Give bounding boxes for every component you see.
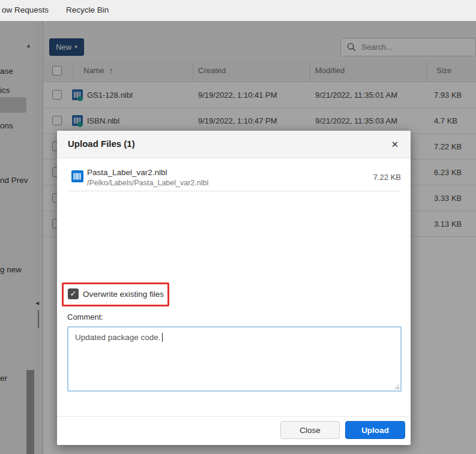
comment-textarea[interactable]: Updated package code. [67,326,402,392]
overwrite-checkbox-label[interactable]: Overwrite existing files [83,290,164,299]
barcode-file-icon [71,170,83,182]
dialog-title: Upload Files (1) [68,139,135,149]
resize-grip-icon[interactable] [393,383,399,389]
tab-workflow-requests[interactable]: ow Requests [2,5,49,14]
divider [68,191,401,191]
upload-file-size: 7.22 KB [373,173,401,182]
tab-recycle-bin[interactable]: Recycle Bin [66,5,109,14]
upload-file-path: /Pelko/Labels/Pasta_Label_var2.nlbl [87,179,208,187]
comment-text: Updated package code. [75,333,161,342]
divider [57,416,411,417]
close-button[interactable]: Close [280,421,340,439]
upload-button[interactable]: Upload [345,421,405,439]
top-nav-bar: ow Requests Recycle Bin [0,0,476,21]
upload-file-name: Pasta_Label_var2.nlbl [87,168,167,177]
close-icon[interactable]: ✕ [388,138,401,151]
overwrite-checkbox[interactable]: ✓ [68,288,79,299]
comment-label: Comment: [67,312,103,321]
text-cursor [162,333,163,342]
dialog-header: Upload Files (1) ✕ [57,131,411,158]
upload-files-dialog: Upload Files (1) ✕ Pasta_Label_var2.nlbl… [57,131,411,445]
